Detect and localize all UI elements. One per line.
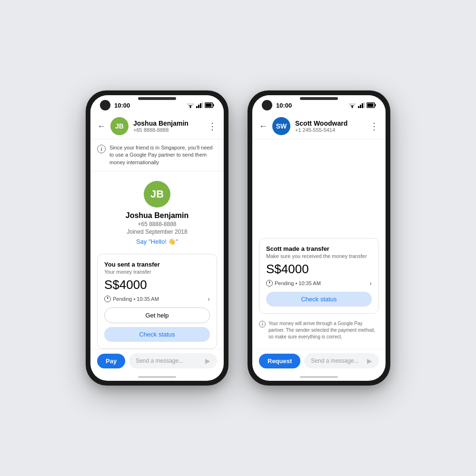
info-banner-1: i Since your friend is in Singapore, you… (90, 139, 224, 171)
info-note-text-2: Your money will arrive through a Google … (268, 320, 379, 340)
check-status-button-1[interactable]: Check status (104, 327, 210, 342)
say-hello-1[interactable]: Say "Hello! 👋" (136, 238, 178, 245)
status-text-1: Pending • 10:35 AM (113, 296, 159, 302)
status-bar-2: 10:00 (252, 95, 386, 113)
svg-rect-16 (360, 105, 361, 108)
contact-avatar-2: SW (272, 117, 290, 135)
profile-section-1: JB Joshua Benjamin +65 8888-8888 Joined … (126, 176, 188, 254)
transfer-card-2: Scott made a transfer Make sure you rece… (259, 238, 379, 314)
profile-joined-1: Joined September 2018 (127, 228, 187, 235)
chat-bottom-2: Request Send a message... ▶ (252, 349, 386, 373)
svg-rect-5 (198, 105, 199, 108)
chat-bottom-1: Pay Send a message... ▶ (90, 349, 224, 373)
transfer-sublabel-1: Your money transfer (104, 269, 210, 275)
contact-phone-2: +1 245-555-5414 (295, 127, 365, 133)
clock-icon-2 (266, 280, 273, 287)
status-bar-1: 10:00 (90, 95, 224, 113)
transfer-status-2: Pending • 10:35 AM › (266, 279, 372, 287)
home-bar-1 (138, 376, 176, 378)
home-indicator-1 (90, 373, 224, 381)
more-button-2[interactable]: ⋮ (369, 120, 379, 132)
profile-name-1: Joshua Benjamin (126, 211, 188, 220)
message-placeholder-1: Send a message... (136, 357, 183, 364)
transfer-amount-2: S$4000 (266, 262, 372, 277)
svg-rect-7 (202, 102, 203, 108)
status-time-2: 10:00 (276, 102, 292, 109)
message-input-1[interactable]: Send a message... ▶ (129, 353, 217, 368)
status-icons-1 (187, 102, 214, 108)
svg-rect-9 (213, 104, 214, 107)
home-indicator-2 (252, 373, 386, 381)
send-icon-1[interactable]: ▶ (205, 357, 210, 365)
svg-rect-4 (196, 106, 198, 108)
svg-rect-15 (358, 106, 359, 108)
contact-name-2: Scott Woodward (295, 119, 365, 128)
info-text-1: Since your friend is in Singapore, you'l… (109, 144, 217, 166)
transfer-label-2: Scott made a transfer (266, 245, 372, 252)
svg-rect-20 (375, 104, 376, 107)
chat-body-1: JB Joshua Benjamin +65 8888-8888 Joined … (90, 171, 224, 349)
svg-point-3 (190, 107, 191, 109)
phone-2-screen: 10:00 (252, 95, 386, 381)
get-help-button-1[interactable]: Get help (104, 307, 210, 323)
back-button-1[interactable]: ← (97, 121, 106, 131)
transfer-sublabel-2: Make sure you received the money transfe… (266, 253, 372, 259)
wifi-icon-2 (348, 102, 356, 108)
back-button-2[interactable]: ← (259, 121, 268, 131)
more-button-1[interactable]: ⋮ (208, 120, 217, 132)
battery-icon-1 (205, 102, 214, 108)
transfer-card-1: You sent a transfer Your money transfer … (97, 254, 217, 349)
contact-name-1: Joshua Benjamin (133, 119, 203, 128)
profile-phone-1: +65 8888-8888 (138, 221, 176, 228)
camera-icon-2 (262, 100, 272, 110)
transfer-amount-1: S$4000 (104, 278, 210, 292)
status-icons-2 (348, 102, 376, 108)
pay-button-1[interactable]: Pay (97, 354, 125, 368)
phone-1-screen: 10:00 (90, 95, 224, 381)
battery-icon-2 (367, 102, 376, 108)
message-placeholder-2: Send a message... (311, 357, 358, 364)
chevron-right-1[interactable]: › (208, 295, 210, 303)
info-icon-1: i (97, 145, 106, 153)
phones-container: 10:00 (86, 90, 390, 386)
check-status-button-2[interactable]: Check status (266, 292, 372, 307)
info-note-2: i Your money will arrive through a Googl… (259, 317, 379, 344)
status-time-1: 10:00 (114, 102, 130, 109)
wifi-icon-1 (187, 102, 194, 108)
svg-point-14 (352, 107, 353, 109)
home-bar-2 (300, 376, 338, 378)
svg-rect-18 (364, 102, 365, 108)
profile-avatar-1: JB (144, 181, 170, 208)
contact-avatar-1: JB (110, 117, 129, 135)
chevron-right-2[interactable]: › (369, 279, 372, 287)
send-icon-2[interactable]: ▶ (367, 357, 372, 365)
message-input-2[interactable]: Send a message... ▶ (304, 353, 379, 368)
phone-2: 10:00 (248, 90, 390, 386)
chat-body-2: Scott made a transfer Make sure you rece… (252, 139, 386, 349)
svg-rect-17 (362, 103, 363, 108)
transfer-label-1: You sent a transfer (104, 261, 210, 268)
status-left-2: 10:00 (262, 100, 292, 110)
signal-icon-1 (196, 102, 203, 108)
status-left-1: 10:00 (100, 100, 130, 110)
chat-header-2: ← SW Scott Woodward +1 245-555-5414 ⋮ (252, 113, 386, 139)
request-button-2[interactable]: Request (259, 354, 300, 368)
status-text-2: Pending • 10:35 AM (275, 280, 321, 286)
contact-info-2: Scott Woodward +1 245-555-5414 (295, 119, 365, 133)
svg-rect-21 (367, 104, 374, 107)
info-note-icon-2: i (259, 321, 266, 327)
signal-icon-2 (358, 102, 365, 108)
camera-icon-1 (100, 100, 110, 110)
contact-phone-1: +65 8888-8888 (133, 127, 203, 133)
transfer-status-1: Pending • 10:35 AM › (104, 295, 210, 303)
phone-1: 10:00 (86, 90, 228, 386)
chat-header-1: ← JB Joshua Benjamin +65 8888-8888 ⋮ (90, 113, 224, 139)
svg-rect-10 (206, 104, 212, 107)
clock-icon-1 (104, 296, 111, 302)
contact-info-1: Joshua Benjamin +65 8888-8888 (133, 119, 203, 133)
svg-rect-6 (200, 103, 201, 108)
